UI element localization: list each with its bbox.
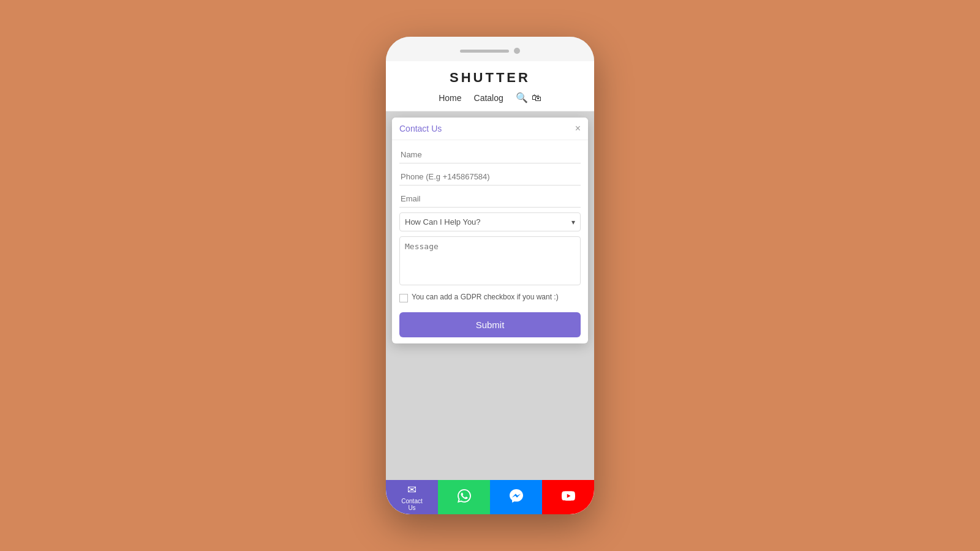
submit-button[interactable]: Submit <box>399 312 581 337</box>
bottom-bar: ✉ ContactUs <box>386 480 594 514</box>
phone-camera <box>514 48 520 54</box>
gdpr-label: You can add a GDPR checkbox if you want … <box>412 293 559 301</box>
phone-input[interactable] <box>399 168 581 186</box>
gdpr-row: You can add a GDPR checkbox if you want … <box>399 290 581 305</box>
nav-icons: 🔍 🛍 <box>516 92 541 103</box>
app-nav: Home Catalog 🔍 🛍 <box>386 86 594 108</box>
help-dropdown[interactable]: How Can I Help You? ▾ <box>399 212 581 231</box>
app-logo: SHUTTER <box>386 70 594 86</box>
gdpr-checkbox[interactable] <box>399 294 408 302</box>
modal-header: Contact Us × <box>392 118 588 140</box>
youtube-icon <box>562 489 575 506</box>
bottom-messenger-button[interactable] <box>490 480 542 514</box>
phone-notch <box>460 50 509 53</box>
email-input[interactable] <box>399 190 581 208</box>
modal-body: How Can I Help You? ▾ You can add a GDPR… <box>392 140 588 343</box>
cart-icon[interactable]: 🛍 <box>532 92 541 103</box>
phone-screen: SHUTTER Home Catalog 🔍 🛍 Contact Us × <box>386 61 594 514</box>
contact-label: ContactUs <box>401 498 422 511</box>
bottom-whatsapp-button[interactable] <box>438 480 490 514</box>
modal-close-button[interactable]: × <box>575 124 581 133</box>
nav-home[interactable]: Home <box>439 93 461 103</box>
email-icon: ✉ <box>407 483 417 497</box>
help-dropdown-label: How Can I Help You? <box>405 217 481 227</box>
contact-modal: Contact Us × How Can I Help You? ▾ You c… <box>392 118 588 343</box>
phone-top-bar <box>386 37 594 61</box>
bottom-youtube-button[interactable] <box>542 480 594 514</box>
app-content: Contact Us × How Can I Help You? ▾ You c… <box>386 111 594 480</box>
phone-frame: SHUTTER Home Catalog 🔍 🛍 Contact Us × <box>386 37 594 514</box>
message-input[interactable] <box>399 236 581 285</box>
name-input[interactable] <box>399 146 581 163</box>
app-header: SHUTTER Home Catalog 🔍 🛍 <box>386 61 594 111</box>
chevron-down-icon: ▾ <box>571 218 575 227</box>
modal-title: Contact Us <box>399 124 442 133</box>
whatsapp-icon <box>458 489 471 506</box>
search-icon[interactable]: 🔍 <box>516 92 528 103</box>
nav-catalog[interactable]: Catalog <box>474 93 503 103</box>
messenger-icon <box>510 489 523 506</box>
bottom-contact-button[interactable]: ✉ ContactUs <box>386 480 438 514</box>
